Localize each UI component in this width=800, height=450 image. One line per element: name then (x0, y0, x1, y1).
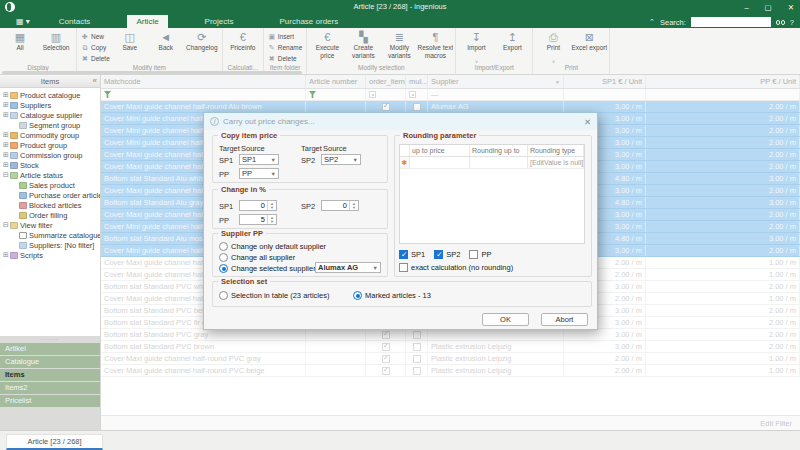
radio-marked-articles-13[interactable]: Marked articles - 13 (353, 291, 431, 300)
order-item-checkbox[interactable] (382, 355, 390, 363)
modify-variants-button[interactable]: ≣Modify variants (381, 28, 417, 60)
close-button[interactable]: ✕ (788, 3, 794, 12)
expander-icon[interactable]: ⊞ (2, 91, 10, 99)
resolve-text-macros-button[interactable]: ¶Resolve text macros (417, 28, 453, 60)
copy-source-select-sp2[interactable]: SP2▼ (321, 154, 361, 165)
exact-calculation-checkbox[interactable]: exact calculation (no rounding) (399, 263, 513, 272)
excel-export-button[interactable]: ⊠Excel export (571, 28, 607, 60)
column-header-matchcode[interactable]: Matchcode (101, 75, 306, 88)
order-item-checkbox[interactable] (382, 103, 390, 111)
sidebar-item-commission-group[interactable]: ⊞Commission group (0, 150, 100, 160)
sidebar-item-product-catalogue[interactable]: ⊞Product catalogue (0, 90, 100, 100)
priceinfo-button[interactable]: €Priceinfo (225, 28, 261, 60)
sidebar-collapse-icon[interactable]: « (93, 76, 97, 85)
sidebar-item-suppliers-no-filter[interactable]: Suppliers: [No filter] (0, 240, 100, 250)
expander-icon[interactable]: ⊞ (2, 141, 10, 149)
expander-icon[interactable]: ⊟ (2, 171, 10, 179)
sidebar-item-product-group[interactable]: ⊞Product group (0, 140, 100, 150)
sidebar-item-blocked-articles[interactable]: Blocked articles (0, 200, 100, 210)
dialog-close-icon[interactable]: ✕ (584, 117, 591, 127)
ribbon-scroll-hint[interactable] (2, 71, 302, 74)
rounding-checkbox-pp[interactable]: PP (469, 250, 491, 259)
sidebar-item-purchase-order-article[interactable]: Purchase order article (0, 190, 100, 200)
import-button[interactable]: ↧Import˅ (458, 28, 494, 64)
expander-icon[interactable]: ⊞ (2, 101, 10, 109)
panel-button-items[interactable]: Items (0, 369, 100, 381)
multi-checkbox[interactable] (413, 331, 421, 339)
column-header-sp1[interactable]: SP1 € / Unit (564, 75, 646, 88)
sidebar-item-stock[interactable]: ⊞Stock (0, 160, 100, 170)
app-menu-button[interactable]: ▦ ▾ (16, 17, 30, 26)
expander-icon[interactable]: ⊞ (2, 161, 10, 169)
sidebar-item-catalogue-supplier[interactable]: ⊞Catalogue supplier (0, 110, 100, 120)
insert-button[interactable]: ▣Insert (268, 31, 303, 42)
edit-filter-button[interactable]: Edit Filter (760, 419, 792, 428)
rename-button[interactable]: ✎Rename (268, 42, 303, 53)
sidebar-item-summarize-catalogue[interactable]: Summarize catalogue (0, 230, 100, 240)
filter-checkbox-icon[interactable] (369, 91, 376, 98)
radio-change-only-default-supplier[interactable]: Change only default supplier (219, 242, 326, 251)
selection-button[interactable]: ▥Selection (38, 28, 74, 60)
sidebar-item-view-filter[interactable]: ⊟View filter (0, 220, 100, 230)
rounding-table[interactable]: up to priceRounding up toRounding type ✱… (399, 144, 585, 244)
status-tab-article[interactable]: Article [23 / 268] (6, 434, 103, 450)
supplier-select[interactable]: Alumax AG▼ (315, 262, 381, 273)
delete-button[interactable]: ✖Delete (81, 53, 110, 64)
table-row[interactable]: Bottom slat Standard PVC gray3.00 / m2.0… (101, 329, 800, 341)
order-item-checkbox[interactable] (382, 331, 390, 339)
delete-button[interactable]: ✖Delete (268, 53, 303, 64)
help-button[interactable]: ? (790, 18, 794, 27)
print-button[interactable]: ⎙Print˅ (535, 28, 571, 64)
ribbon-collapse-icon[interactable]: ⌃ (649, 18, 655, 26)
back-button[interactable]: ◄Back (148, 28, 184, 60)
column-header-order_item[interactable]: order_item (366, 75, 406, 88)
search-input[interactable] (691, 17, 771, 27)
column-header-supplier[interactable]: Supplier▼ (428, 75, 564, 88)
copy-source-select-pp[interactable]: PP▼ (239, 168, 279, 179)
copy-source-select-sp1[interactable]: SP1▼ (239, 154, 279, 165)
multi-checkbox[interactable] (413, 355, 421, 363)
rounding-checkbox-sp2[interactable]: SP2 (434, 250, 460, 259)
filter-funnel-icon[interactable] (104, 91, 111, 98)
change-spinner-sp1[interactable]: 0▲▼ (239, 200, 277, 211)
column-header-mul[interactable]: mul... (406, 75, 428, 88)
sidebar-item-commodity-group[interactable]: ⊞Commodity group (0, 130, 100, 140)
rounding-checkbox-sp1[interactable]: SP1 (399, 250, 425, 259)
export-button[interactable]: ↥Export (494, 28, 530, 60)
panel-button-catalogue[interactable]: Catalogue (0, 356, 100, 368)
binoculars-icon[interactable] (776, 20, 785, 25)
sidebar-item-segment-group[interactable]: Segment group (0, 120, 100, 130)
order-item-checkbox[interactable] (382, 343, 390, 351)
expander-icon[interactable]: ⊞ (2, 111, 10, 119)
change-spinner-pp[interactable]: 5▲▼ (239, 214, 277, 225)
sidebar-item-suppliers[interactable]: ⊞Suppliers (0, 100, 100, 110)
tab-projects[interactable]: Projects (196, 15, 243, 28)
expander-icon[interactable]: ⊞ (2, 251, 10, 259)
table-row[interactable]: Bottom slat Standard PVC brownPlastic ex… (101, 341, 800, 353)
minimize-button[interactable]: – (744, 3, 748, 12)
new-button[interactable]: ✚New (81, 31, 110, 42)
tab-contacts[interactable]: Contacts (50, 15, 100, 28)
create-variants-button[interactable]: ▚Create variants (345, 28, 381, 60)
panel-button-items2[interactable]: Items2 (0, 382, 100, 394)
maximize-button[interactable]: ▢ (765, 3, 772, 12)
radio-selection-in-table-23-articles[interactable]: Selection in table (23 articles) (219, 291, 329, 300)
tab-purchase-orders[interactable]: Purchase orders (271, 15, 348, 28)
save-button[interactable]: ◫Save (112, 28, 148, 60)
multi-checkbox[interactable] (413, 367, 421, 375)
copy-button[interactable]: ⧉Copy (81, 42, 110, 53)
rounding-cell-up-to-price[interactable] (410, 157, 470, 168)
expander-icon[interactable]: ⊞ (2, 131, 10, 139)
rounding-cell-rounding-type[interactable]: [EditValue is null] (528, 157, 584, 168)
multi-checkbox[interactable] (413, 103, 421, 111)
multi-checkbox[interactable] (413, 343, 421, 351)
all-button[interactable]: ▦All (2, 28, 38, 60)
order-item-checkbox[interactable] (382, 367, 390, 375)
sidebar-item-scripts[interactable]: ⊞Scripts (0, 250, 100, 260)
sidebar-item-order-filling[interactable]: Order filling (0, 210, 100, 220)
ok-button[interactable]: OK (482, 313, 529, 326)
column-header-pp[interactable]: PP € / Unit (646, 75, 800, 88)
column-header-article_number[interactable]: Article number (306, 75, 366, 88)
tab-article[interactable]: Article (127, 15, 167, 28)
rounding-cell-rounding-up-to[interactable] (470, 157, 528, 168)
